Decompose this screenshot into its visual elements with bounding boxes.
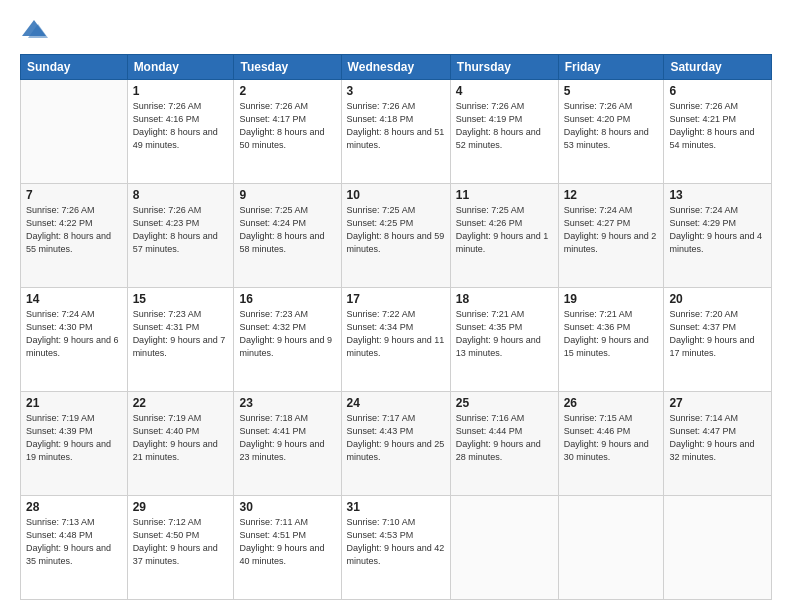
calendar-cell: 10Sunrise: 7:25 AMSunset: 4:25 PMDayligh… [341, 184, 450, 288]
calendar-cell: 6Sunrise: 7:26 AMSunset: 4:21 PMDaylight… [664, 80, 772, 184]
day-info: Sunrise: 7:19 AMSunset: 4:39 PMDaylight:… [26, 412, 122, 464]
week-row-1: 1Sunrise: 7:26 AMSunset: 4:16 PMDaylight… [21, 80, 772, 184]
calendar-cell: 16Sunrise: 7:23 AMSunset: 4:32 PMDayligh… [234, 288, 341, 392]
calendar-cell: 3Sunrise: 7:26 AMSunset: 4:18 PMDaylight… [341, 80, 450, 184]
day-info: Sunrise: 7:14 AMSunset: 4:47 PMDaylight:… [669, 412, 766, 464]
calendar-cell: 25Sunrise: 7:16 AMSunset: 4:44 PMDayligh… [450, 392, 558, 496]
day-info: Sunrise: 7:24 AMSunset: 4:29 PMDaylight:… [669, 204, 766, 256]
calendar-cell [664, 496, 772, 600]
day-info: Sunrise: 7:21 AMSunset: 4:36 PMDaylight:… [564, 308, 659, 360]
day-number: 20 [669, 292, 766, 306]
day-number: 2 [239, 84, 335, 98]
day-number: 11 [456, 188, 553, 202]
calendar-cell: 4Sunrise: 7:26 AMSunset: 4:19 PMDaylight… [450, 80, 558, 184]
day-info: Sunrise: 7:26 AMSunset: 4:18 PMDaylight:… [347, 100, 445, 152]
day-number: 13 [669, 188, 766, 202]
calendar-cell: 27Sunrise: 7:14 AMSunset: 4:47 PMDayligh… [664, 392, 772, 496]
calendar-cell: 29Sunrise: 7:12 AMSunset: 4:50 PMDayligh… [127, 496, 234, 600]
calendar-cell: 1Sunrise: 7:26 AMSunset: 4:16 PMDaylight… [127, 80, 234, 184]
day-info: Sunrise: 7:26 AMSunset: 4:21 PMDaylight:… [669, 100, 766, 152]
calendar-cell: 18Sunrise: 7:21 AMSunset: 4:35 PMDayligh… [450, 288, 558, 392]
day-number: 12 [564, 188, 659, 202]
day-info: Sunrise: 7:26 AMSunset: 4:20 PMDaylight:… [564, 100, 659, 152]
day-number: 23 [239, 396, 335, 410]
day-number: 27 [669, 396, 766, 410]
calendar-cell: 22Sunrise: 7:19 AMSunset: 4:40 PMDayligh… [127, 392, 234, 496]
day-number: 10 [347, 188, 445, 202]
header [20, 16, 772, 44]
calendar-cell [21, 80, 128, 184]
day-info: Sunrise: 7:21 AMSunset: 4:35 PMDaylight:… [456, 308, 553, 360]
day-number: 5 [564, 84, 659, 98]
day-info: Sunrise: 7:19 AMSunset: 4:40 PMDaylight:… [133, 412, 229, 464]
calendar-cell: 17Sunrise: 7:22 AMSunset: 4:34 PMDayligh… [341, 288, 450, 392]
weekday-monday: Monday [127, 55, 234, 80]
day-info: Sunrise: 7:15 AMSunset: 4:46 PMDaylight:… [564, 412, 659, 464]
week-row-4: 21Sunrise: 7:19 AMSunset: 4:39 PMDayligh… [21, 392, 772, 496]
calendar-cell: 15Sunrise: 7:23 AMSunset: 4:31 PMDayligh… [127, 288, 234, 392]
calendar-cell: 14Sunrise: 7:24 AMSunset: 4:30 PMDayligh… [21, 288, 128, 392]
day-info: Sunrise: 7:25 AMSunset: 4:26 PMDaylight:… [456, 204, 553, 256]
day-info: Sunrise: 7:16 AMSunset: 4:44 PMDaylight:… [456, 412, 553, 464]
day-number: 24 [347, 396, 445, 410]
day-number: 18 [456, 292, 553, 306]
calendar-cell: 24Sunrise: 7:17 AMSunset: 4:43 PMDayligh… [341, 392, 450, 496]
day-info: Sunrise: 7:26 AMSunset: 4:22 PMDaylight:… [26, 204, 122, 256]
day-number: 30 [239, 500, 335, 514]
calendar-cell: 12Sunrise: 7:24 AMSunset: 4:27 PMDayligh… [558, 184, 664, 288]
day-info: Sunrise: 7:24 AMSunset: 4:30 PMDaylight:… [26, 308, 122, 360]
day-number: 21 [26, 396, 122, 410]
day-number: 17 [347, 292, 445, 306]
calendar-cell: 9Sunrise: 7:25 AMSunset: 4:24 PMDaylight… [234, 184, 341, 288]
day-info: Sunrise: 7:26 AMSunset: 4:19 PMDaylight:… [456, 100, 553, 152]
weekday-sunday: Sunday [21, 55, 128, 80]
calendar-cell [558, 496, 664, 600]
calendar-cell: 21Sunrise: 7:19 AMSunset: 4:39 PMDayligh… [21, 392, 128, 496]
day-number: 28 [26, 500, 122, 514]
logo [20, 16, 52, 44]
day-info: Sunrise: 7:23 AMSunset: 4:32 PMDaylight:… [239, 308, 335, 360]
day-info: Sunrise: 7:22 AMSunset: 4:34 PMDaylight:… [347, 308, 445, 360]
weekday-thursday: Thursday [450, 55, 558, 80]
calendar-cell: 7Sunrise: 7:26 AMSunset: 4:22 PMDaylight… [21, 184, 128, 288]
day-number: 25 [456, 396, 553, 410]
calendar-cell: 5Sunrise: 7:26 AMSunset: 4:20 PMDaylight… [558, 80, 664, 184]
calendar-cell: 13Sunrise: 7:24 AMSunset: 4:29 PMDayligh… [664, 184, 772, 288]
calendar-cell: 11Sunrise: 7:25 AMSunset: 4:26 PMDayligh… [450, 184, 558, 288]
day-info: Sunrise: 7:10 AMSunset: 4:53 PMDaylight:… [347, 516, 445, 568]
day-info: Sunrise: 7:26 AMSunset: 4:23 PMDaylight:… [133, 204, 229, 256]
day-number: 4 [456, 84, 553, 98]
day-number: 9 [239, 188, 335, 202]
day-info: Sunrise: 7:23 AMSunset: 4:31 PMDaylight:… [133, 308, 229, 360]
weekday-friday: Friday [558, 55, 664, 80]
day-number: 1 [133, 84, 229, 98]
week-row-2: 7Sunrise: 7:26 AMSunset: 4:22 PMDaylight… [21, 184, 772, 288]
calendar-cell: 20Sunrise: 7:20 AMSunset: 4:37 PMDayligh… [664, 288, 772, 392]
calendar-cell: 8Sunrise: 7:26 AMSunset: 4:23 PMDaylight… [127, 184, 234, 288]
week-row-5: 28Sunrise: 7:13 AMSunset: 4:48 PMDayligh… [21, 496, 772, 600]
day-number: 15 [133, 292, 229, 306]
calendar-cell: 30Sunrise: 7:11 AMSunset: 4:51 PMDayligh… [234, 496, 341, 600]
day-number: 8 [133, 188, 229, 202]
weekday-tuesday: Tuesday [234, 55, 341, 80]
week-row-3: 14Sunrise: 7:24 AMSunset: 4:30 PMDayligh… [21, 288, 772, 392]
day-number: 22 [133, 396, 229, 410]
weekday-saturday: Saturday [664, 55, 772, 80]
day-info: Sunrise: 7:18 AMSunset: 4:41 PMDaylight:… [239, 412, 335, 464]
day-info: Sunrise: 7:25 AMSunset: 4:24 PMDaylight:… [239, 204, 335, 256]
day-number: 19 [564, 292, 659, 306]
day-number: 16 [239, 292, 335, 306]
day-info: Sunrise: 7:26 AMSunset: 4:16 PMDaylight:… [133, 100, 229, 152]
calendar-cell: 2Sunrise: 7:26 AMSunset: 4:17 PMDaylight… [234, 80, 341, 184]
day-number: 7 [26, 188, 122, 202]
calendar-table: SundayMondayTuesdayWednesdayThursdayFrid… [20, 54, 772, 600]
day-number: 6 [669, 84, 766, 98]
day-info: Sunrise: 7:12 AMSunset: 4:50 PMDaylight:… [133, 516, 229, 568]
day-info: Sunrise: 7:20 AMSunset: 4:37 PMDaylight:… [669, 308, 766, 360]
day-number: 26 [564, 396, 659, 410]
day-info: Sunrise: 7:24 AMSunset: 4:27 PMDaylight:… [564, 204, 659, 256]
calendar-cell: 23Sunrise: 7:18 AMSunset: 4:41 PMDayligh… [234, 392, 341, 496]
weekday-wednesday: Wednesday [341, 55, 450, 80]
calendar-cell: 26Sunrise: 7:15 AMSunset: 4:46 PMDayligh… [558, 392, 664, 496]
calendar-page: SundayMondayTuesdayWednesdayThursdayFrid… [0, 0, 792, 612]
